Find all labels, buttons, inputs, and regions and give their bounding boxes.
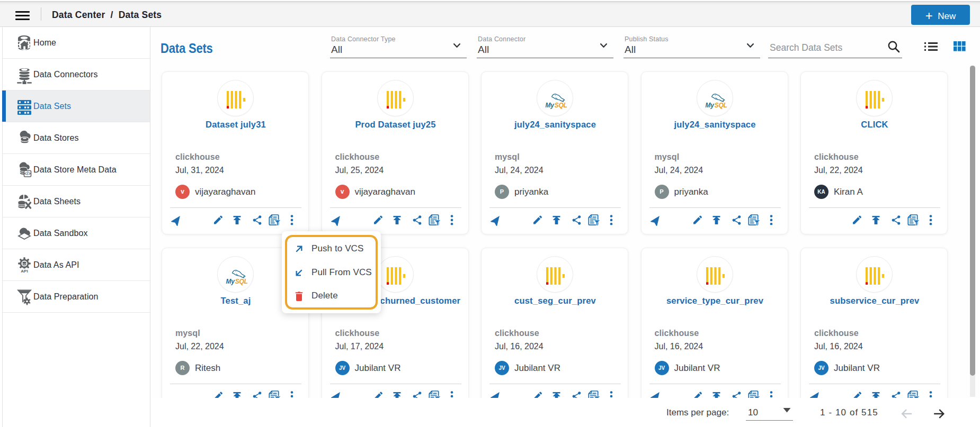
svg-text:My: My — [705, 102, 715, 109]
svg-text:</>: </> — [24, 171, 31, 176]
svg-text:My: My — [546, 102, 555, 109]
svg-text:SQL: SQL — [714, 102, 727, 109]
svg-text:SQL: SQL — [555, 102, 567, 109]
svg-text:My: My — [226, 278, 236, 285]
svg-text:API: API — [21, 269, 28, 274]
svg-text:SQL: SQL — [235, 278, 248, 285]
